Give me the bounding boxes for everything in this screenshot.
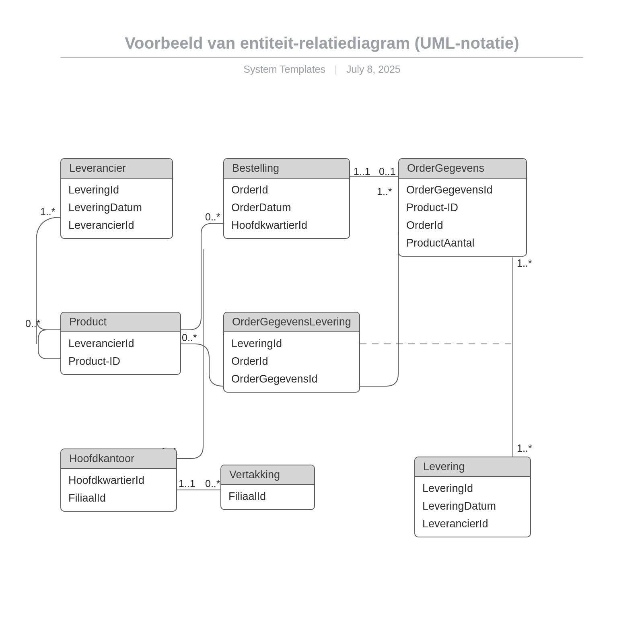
mult-leverancier-product-bottom: 0..* <box>25 318 41 329</box>
mult-ordergegevens-levering-top: 1..* <box>517 257 532 269</box>
attr: Product-ID <box>68 352 173 370</box>
entity-product-attrs: LeverancierId Product-ID <box>61 332 180 374</box>
entity-leverancier-name: Leverancier <box>61 159 172 179</box>
entity-product: Product LeverancierId Product-ID <box>60 312 181 375</box>
attr: OrderId <box>231 352 352 370</box>
entity-ordergegevens-name: OrderGegevens <box>399 159 526 179</box>
entity-product-name: Product <box>61 313 180 332</box>
entity-bestelling-name: Bestelling <box>224 159 349 179</box>
mult-bestelling-ordergegevens-left: 1..1 <box>354 166 370 177</box>
mult-ordergegevens-levering-bottom: 1..* <box>517 442 532 454</box>
attr: FiliaalId <box>68 489 169 507</box>
entity-hoofdkantoor-attrs: HoofdkwartierId FiliaalId <box>61 469 176 511</box>
attr: HoofdkwartierId <box>68 471 169 489</box>
attr: LeverancierId <box>68 216 165 234</box>
attr: Product-ID <box>406 199 519 216</box>
entity-levering-attrs: LeveringId LeveringDatum LeverancierId <box>415 477 530 537</box>
mult-hoofdkantoor-vertakking-right: 0..* <box>205 478 220 490</box>
mult-hoofdkantoor-vertakking-left: 1..1 <box>179 478 195 490</box>
entity-vertakking: Vertakking FiliaalId <box>220 465 315 510</box>
entity-bestelling-attrs: OrderId OrderDatum HoofdkwartierId <box>224 179 349 238</box>
attr: LeverancierId <box>422 515 523 533</box>
entity-levering-name: Levering <box>415 457 530 477</box>
mult-product-bestelling: 0..* <box>205 211 220 223</box>
mult-leverancier-product-top: 1..* <box>40 206 56 218</box>
mult-product-ordergegevens-left: 0..* <box>182 332 197 344</box>
attr: LeveringId <box>422 479 523 497</box>
title-rule <box>60 57 583 58</box>
entity-hoofdkantoor-name: Hoofdkantoor <box>61 449 176 469</box>
entity-vertakking-attrs: FiliaalId <box>221 485 314 509</box>
attr: OrderGegevensId <box>231 370 352 388</box>
entity-leverancier-attrs: LeveringId LeveringDatum LeverancierId <box>61 179 172 238</box>
entity-leverancier: Leverancier LeveringId LeveringDatum Lev… <box>60 158 173 239</box>
attr: LeveringId <box>68 181 165 199</box>
attr: ProductAantal <box>406 234 519 252</box>
page-meta: System Templates July 8, 2025 <box>0 64 644 75</box>
attr: LeveringDatum <box>422 497 523 515</box>
diagram-canvas: Voorbeeld van entiteit-relatiediagram (U… <box>0 0 644 644</box>
attr: OrderDatum <box>231 199 342 216</box>
entity-vertakking-name: Vertakking <box>221 465 314 485</box>
mult-bestelling-ordergegevens-right: 0..1 <box>379 166 396 177</box>
attr: HoofdkwartierId <box>231 216 342 234</box>
entity-ordergegevens-attrs: OrderGegevensId Product-ID OrderId Produ… <box>399 179 526 256</box>
mult-product-ordergegevens-right: 1..* <box>377 186 392 198</box>
entity-ordergegevens: OrderGegevens OrderGegevensId Product-ID… <box>398 158 527 257</box>
entity-ordergegevenslevering-name: OrderGegevensLevering <box>224 313 359 332</box>
entity-ordergegevenslevering-attrs: LeveringId OrderId OrderGegevensId <box>224 332 359 392</box>
entity-levering: Levering LeveringId LeveringDatum Levera… <box>414 457 531 537</box>
entity-bestelling: Bestelling OrderId OrderDatum Hoofdkwart… <box>223 158 350 239</box>
meta-date: July 8, 2025 <box>346 64 401 75</box>
meta-author: System Templates <box>243 64 325 75</box>
meta-separator <box>335 66 336 74</box>
entity-hoofdkantoor: Hoofdkantoor HoofdkwartierId FiliaalId <box>60 449 177 512</box>
attr: LeverancierId <box>68 335 173 352</box>
attr: OrderGegevensId <box>406 181 519 199</box>
attr: OrderId <box>406 216 519 234</box>
attr: FiliaalId <box>228 488 307 505</box>
attr: OrderId <box>231 181 342 199</box>
attr: LeveringDatum <box>68 199 165 216</box>
page-title: Voorbeeld van entiteit-relatiediagram (U… <box>0 34 644 52</box>
attr: LeveringId <box>231 335 352 352</box>
entity-ordergegevenslevering: OrderGegevensLevering LeveringId OrderId… <box>223 312 360 393</box>
